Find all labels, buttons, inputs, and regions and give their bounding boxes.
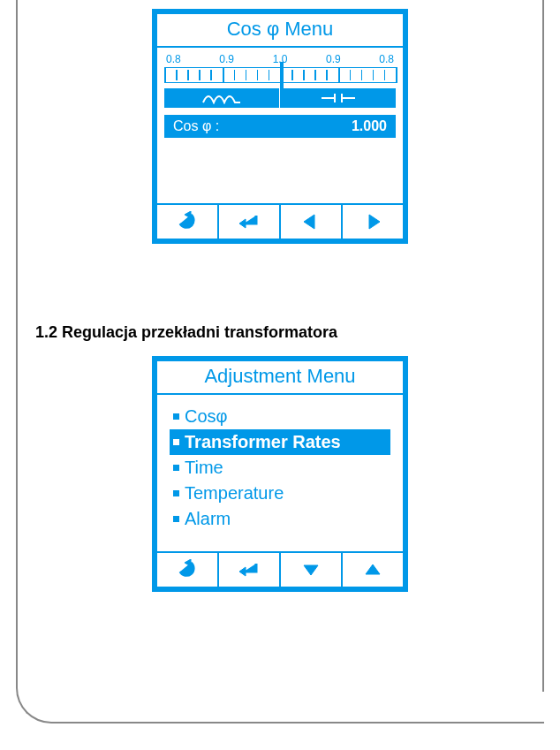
adjust-screen-title: Adjustment Menu bbox=[157, 361, 403, 395]
bullet-icon bbox=[173, 490, 179, 496]
left-button[interactable] bbox=[281, 205, 343, 239]
scale-tick-minor bbox=[373, 70, 375, 80]
scale-tick-minor bbox=[199, 70, 201, 80]
svg-marker-11 bbox=[366, 564, 380, 574]
scale-tick-minor bbox=[269, 70, 270, 80]
menu-item[interactable]: Alarm bbox=[170, 506, 390, 532]
blank-area bbox=[157, 537, 403, 551]
scale-tick-minor bbox=[291, 70, 293, 80]
cos-phi-screen: Cos φ Menu 0.8 0.9 1.0 0.9 0.8 bbox=[152, 9, 408, 244]
svg-marker-9 bbox=[239, 567, 246, 576]
scale-tick-major bbox=[396, 67, 397, 83]
menu-item-label: Alarm bbox=[185, 509, 231, 529]
menu-item-label: Transformer Rates bbox=[185, 432, 341, 452]
svg-marker-7 bbox=[369, 215, 380, 229]
adjustment-screen: Adjustment Menu CosφTransformer RatesTim… bbox=[152, 356, 408, 592]
scale-tick-minor bbox=[257, 70, 259, 80]
bullet-icon bbox=[173, 465, 179, 471]
down-button[interactable] bbox=[281, 553, 343, 587]
cos-button-row bbox=[157, 203, 403, 239]
scale-tick-minor bbox=[210, 70, 212, 80]
bullet-icon bbox=[173, 413, 179, 420]
cos-readout-label: Cos φ : bbox=[173, 118, 219, 134]
menu-item-label: Cosφ bbox=[185, 406, 228, 427]
scale-tick-major bbox=[223, 67, 224, 83]
enter-button[interactable] bbox=[219, 205, 281, 239]
capacitive-icon bbox=[281, 88, 396, 108]
enter-button[interactable] bbox=[219, 553, 281, 587]
scale-tick-minor bbox=[361, 70, 363, 80]
scale-tick-minor bbox=[234, 70, 236, 80]
svg-marker-6 bbox=[304, 215, 314, 229]
menu-item[interactable]: Transformer Rates bbox=[170, 429, 390, 455]
cos-readout-value: 1.000 bbox=[352, 118, 387, 134]
cos-readout: Cos φ : 1.000 bbox=[164, 115, 396, 138]
scale-tick-minor bbox=[314, 70, 316, 80]
scale-tick-minor bbox=[303, 70, 305, 80]
adjust-menu-list: CosφTransformer RatesTimeTemperatureAlar… bbox=[157, 395, 403, 537]
scale-tick-label: 0.8 bbox=[166, 53, 181, 65]
scale-ticks bbox=[164, 67, 396, 83]
section-heading: 1.2 Regulacja przekładni transformatora bbox=[35, 323, 525, 342]
menu-item[interactable]: Time bbox=[170, 455, 390, 481]
scale-tick-label: 0.9 bbox=[326, 53, 341, 65]
right-button[interactable] bbox=[343, 205, 403, 239]
scale-tick-minor bbox=[187, 70, 189, 80]
cos-screen-title: Cos φ Menu bbox=[157, 14, 403, 48]
up-button[interactable] bbox=[343, 553, 403, 587]
scale-tick-label: 0.8 bbox=[379, 53, 394, 65]
cos-scale: 0.8 0.9 1.0 0.9 0.8 bbox=[157, 48, 403, 108]
scale-tick-label: 0.9 bbox=[219, 53, 234, 65]
scale-tick-minor bbox=[350, 70, 352, 80]
scale-tick-minor bbox=[176, 70, 178, 80]
adjust-button-row bbox=[157, 551, 403, 587]
svg-marker-5 bbox=[239, 219, 246, 228]
back-button[interactable] bbox=[157, 205, 219, 239]
menu-item-label: Temperature bbox=[185, 483, 284, 504]
scale-tick-major bbox=[338, 67, 340, 83]
scale-tick-minor bbox=[246, 70, 247, 80]
inductive-icon bbox=[164, 88, 281, 108]
bullet-icon bbox=[173, 439, 179, 445]
svg-marker-10 bbox=[304, 565, 318, 575]
svg-marker-8 bbox=[185, 559, 191, 566]
menu-item[interactable]: Cosφ bbox=[170, 404, 390, 429]
svg-marker-4 bbox=[185, 211, 191, 218]
menu-item[interactable]: Temperature bbox=[170, 481, 390, 506]
scale-tick-major bbox=[280, 62, 284, 108]
scale-tick-minor bbox=[384, 70, 386, 80]
back-button[interactable] bbox=[157, 553, 219, 587]
blank-area bbox=[157, 138, 403, 203]
scale-tick-major bbox=[164, 67, 166, 83]
menu-item-label: Time bbox=[185, 458, 223, 478]
bullet-icon bbox=[173, 516, 179, 522]
scale-tick-minor bbox=[326, 70, 328, 80]
